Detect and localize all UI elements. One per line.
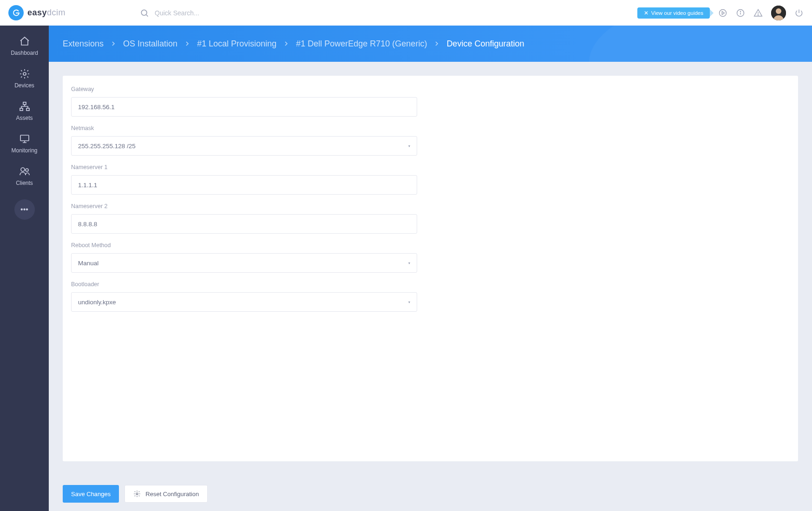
chevron-right-icon: [284, 41, 288, 46]
quick-search[interactable]: [140, 8, 275, 18]
svg-point-7: [23, 72, 26, 75]
svg-point-0: [141, 10, 147, 15]
sidebar-item-assets[interactable]: Assets: [0, 99, 49, 123]
reboot-method-label: Reboot Method: [71, 242, 417, 249]
breadcrumb-item[interactable]: #1 Dell PowerEdge R710 (Generic): [296, 39, 427, 49]
bootloader-label: Bootloader: [71, 281, 417, 288]
nameserver2-input[interactable]: [71, 214, 417, 234]
logo-text: easydcim: [27, 8, 65, 18]
chevron-right-icon: [434, 41, 439, 46]
nameserver1-input[interactable]: [71, 175, 417, 195]
svg-point-14: [136, 493, 138, 495]
chevron-down-icon: ▾: [408, 144, 410, 148]
chevron-down-icon: ▾: [408, 261, 410, 265]
logo-mark-icon: [8, 5, 24, 20]
breadcrumb-current: Device Configuration: [446, 39, 524, 49]
sidebar-item-label: Devices: [14, 82, 34, 89]
sidebar: Dashboard Devices Assets Monitoring Clie…: [0, 26, 49, 511]
chevron-right-icon: [185, 41, 190, 46]
svg-point-13: [26, 169, 28, 171]
save-button[interactable]: Save Changes: [63, 485, 119, 503]
top-bar: easydcim ✕ View our video guides: [0, 0, 812, 26]
bootloader-value: undionly.kpxe: [78, 299, 116, 306]
sidebar-item-dashboard[interactable]: Dashboard: [0, 34, 49, 58]
nameserver2-label: Nameserver 2: [71, 203, 417, 210]
monitor-icon: [19, 133, 30, 144]
power-icon[interactable]: [794, 8, 804, 18]
info-icon[interactable]: [736, 8, 745, 18]
sidebar-item-label: Assets: [16, 115, 33, 121]
gear-icon: [19, 68, 30, 79]
home-icon: [19, 36, 30, 47]
sidebar-item-label: Clients: [16, 180, 33, 186]
svg-rect-10: [26, 108, 29, 111]
hierarchy-icon: [19, 101, 30, 112]
video-guides-label: View our video guides: [651, 10, 703, 16]
gear-icon: [133, 490, 141, 498]
breadcrumb-item[interactable]: OS Installation: [123, 39, 177, 49]
breadcrumb-item[interactable]: #1 Local Provisioning: [197, 39, 276, 49]
chevron-right-icon: [111, 41, 116, 46]
form-card: Gateway Netmask 255.255.255.128 /25 ▾ Na…: [63, 76, 798, 461]
breadcrumb: Extensions OS Installation #1 Local Prov…: [49, 26, 812, 62]
play-icon[interactable]: [718, 8, 727, 18]
sidebar-item-clients[interactable]: Clients: [0, 164, 49, 188]
search-input[interactable]: [155, 9, 275, 17]
svg-point-3: [740, 11, 740, 12]
reset-label: Reset Configuration: [145, 491, 199, 498]
svg-point-12: [21, 168, 25, 171]
svg-rect-9: [20, 108, 23, 111]
sidebar-item-monitoring[interactable]: Monitoring: [0, 131, 49, 156]
logo[interactable]: easydcim: [8, 5, 65, 20]
breadcrumb-item[interactable]: Extensions: [63, 39, 104, 49]
bootloader-select[interactable]: undionly.kpxe ▾: [71, 292, 417, 312]
sidebar-more-button[interactable]: •••: [14, 199, 35, 220]
gateway-label: Gateway: [71, 86, 417, 92]
chevron-down-icon: ▾: [408, 300, 410, 304]
gateway-input[interactable]: [71, 97, 417, 117]
reboot-method-value: Manual: [78, 260, 98, 267]
sidebar-item-label: Dashboard: [11, 50, 38, 56]
video-guides-button[interactable]: ✕ View our video guides: [637, 7, 710, 19]
netmask-value: 255.255.255.128 /25: [78, 143, 136, 150]
netmask-select[interactable]: 255.255.255.128 /25 ▾: [71, 136, 417, 156]
avatar[interactable]: [771, 6, 786, 20]
svg-rect-8: [23, 102, 26, 105]
users-icon: [19, 166, 30, 177]
alert-icon[interactable]: [753, 8, 763, 18]
actions-bar: Save Changes Reset Configuration: [49, 477, 812, 511]
svg-point-1: [720, 9, 727, 16]
reboot-method-select[interactable]: Manual ▾: [71, 253, 417, 273]
netmask-label: Netmask: [71, 125, 417, 131]
search-icon: [140, 8, 149, 18]
close-icon: ✕: [644, 10, 648, 16]
ellipsis-icon: •••: [20, 205, 28, 214]
nameserver1-label: Nameserver 1: [71, 164, 417, 170]
reset-button[interactable]: Reset Configuration: [124, 485, 208, 503]
sidebar-item-devices[interactable]: Devices: [0, 66, 49, 91]
svg-point-4: [758, 14, 758, 15]
sidebar-item-label: Monitoring: [11, 147, 37, 154]
svg-rect-11: [20, 135, 29, 141]
svg-point-6: [776, 8, 781, 14]
